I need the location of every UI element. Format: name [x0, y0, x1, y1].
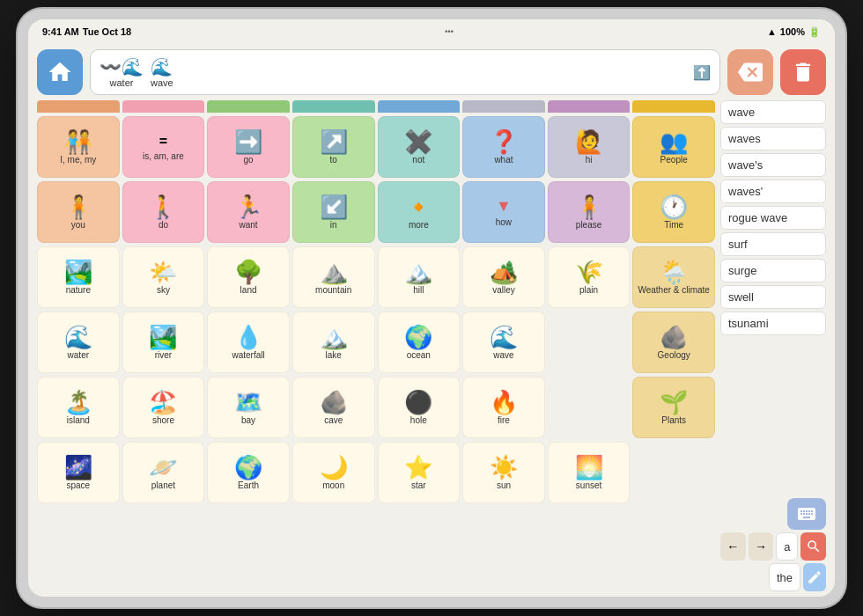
symbol-cave[interactable]: 🪨 cave — [292, 377, 375, 438]
ipad-frame: 9:41 AM Tue Oct 18 ••• ▲ 100% 🔋 — [18, 9, 845, 607]
symbol-i-me-my[interactable]: 🧑‍🤝‍🧑 I, me, my — [37, 116, 120, 178]
word-waves-apos[interactable]: wave's — [720, 153, 826, 177]
symbol-mountain[interactable]: ⛰️ mountain — [292, 246, 375, 308]
symbol-valley[interactable]: 🏕️ valley — [462, 246, 545, 308]
symbol-wave[interactable]: 🌊 wave — [462, 312, 545, 373]
symbol-hill[interactable]: 🏔️ hill — [378, 246, 461, 308]
symbol-weather-climate[interactable]: 🌦️ Weather & climate — [632, 246, 715, 308]
status-bar: 9:41 AM Tue Oct 18 ••• ▲ 100% 🔋 — [28, 19, 835, 44]
symbol-plain[interactable]: 🌾 plain — [548, 246, 631, 308]
symbol-sky[interactable]: 🌤️ sky — [122, 246, 205, 308]
cat-tab-gray — [462, 100, 545, 113]
cat-tab-purple — [548, 100, 631, 113]
delete-all-button[interactable] — [780, 49, 826, 95]
backspace-icon — [738, 60, 763, 84]
delete-word-button[interactable] — [727, 49, 773, 95]
battery-icon: 🔋 — [808, 26, 821, 38]
the-value: the — [777, 571, 793, 584]
word-surf[interactable]: surf — [720, 232, 826, 256]
the-row: the — [720, 563, 826, 591]
right-panel: wave waves wave's waves' rogue wave surf… — [720, 100, 826, 591]
sentence-word-wave: 🌊 wave — [151, 56, 173, 88]
symbol-people[interactable]: 👥 People — [632, 116, 715, 178]
cat-tab-green — [207, 100, 290, 113]
wave-label: wave — [151, 77, 173, 88]
status-center: ••• — [445, 27, 453, 36]
symbol-in[interactable]: ↙️ in — [292, 181, 375, 243]
trash-icon — [791, 60, 815, 84]
status-right: ▲ 100% 🔋 — [767, 26, 821, 38]
symbol-lake[interactable]: 🏔️ lake — [292, 312, 375, 373]
pencil-icon — [807, 569, 822, 585]
symbol-more[interactable]: 🔸 more — [378, 181, 461, 243]
symbol-hole[interactable]: ⚫ hole — [378, 377, 461, 438]
symbol-moon[interactable]: 🌙 moon — [292, 442, 375, 503]
symbol-is-am-are[interactable]: = is, am, are — [122, 116, 205, 178]
word-tsunami[interactable]: tsunami — [720, 312, 826, 335]
word-wave[interactable]: wave — [720, 100, 826, 124]
ipad-screen: 9:41 AM Tue Oct 18 ••• ▲ 100% 🔋 — [28, 19, 835, 597]
symbol-bay[interactable]: 🗺️ bay — [207, 377, 290, 438]
symbol-water[interactable]: 🌊 water — [37, 312, 120, 373]
symbol-plants[interactable]: 🌱 Plants — [632, 377, 715, 438]
time: 9:41 AM — [42, 26, 79, 37]
status-left: 9:41 AM Tue Oct 18 — [42, 26, 131, 37]
keyboard-button[interactable] — [787, 498, 826, 530]
symbol-how[interactable]: ▼ how — [462, 181, 545, 243]
back-button[interactable]: ← — [720, 532, 746, 561]
symbol-sunset[interactable]: 🌅 sunset — [548, 442, 631, 503]
battery: 100% — [780, 26, 805, 37]
wifi-icon: ▲ — [767, 26, 777, 37]
symbol-time[interactable]: 🕐 Time — [632, 181, 715, 243]
home-icon — [47, 59, 73, 85]
forward-button[interactable]: → — [749, 532, 774, 561]
the-input[interactable]: the — [769, 563, 800, 591]
cat-tab-teal — [292, 100, 375, 113]
symbol-to[interactable]: ↗️ to — [292, 116, 375, 178]
symbol-sun[interactable]: ☀️ sun — [462, 442, 545, 503]
keyboard-icon — [796, 503, 817, 524]
symbol-row-4: 🌊 water 🏞️ river 💧 waterfall 🏔️ — [37, 312, 715, 373]
symbol-row-5: 🏝️ island 🏖️ shore 🗺️ bay 🪨 — [37, 377, 715, 438]
word-waves-apos2[interactable]: waves' — [720, 180, 826, 203]
search-input[interactable]: a — [776, 532, 798, 561]
symbol-planet[interactable]: 🪐 planet — [122, 442, 205, 503]
symbol-go[interactable]: ➡️ go — [207, 116, 290, 178]
symbol-waterfall[interactable]: 💧 waterfall — [207, 312, 290, 373]
symbol-star[interactable]: ⭐ star — [378, 442, 461, 503]
word-swell[interactable]: swell — [720, 285, 826, 309]
symbol-want[interactable]: 🏃 want — [207, 181, 290, 243]
symbol-not[interactable]: ✖️ not — [378, 116, 461, 178]
main-area: 🧑‍🤝‍🧑 I, me, my = is, am, are ➡️ go — [37, 100, 826, 591]
grid-panel: 🧑‍🤝‍🧑 I, me, my = is, am, are ➡️ go — [37, 100, 715, 591]
symbol-river[interactable]: 🏞️ river — [122, 312, 205, 373]
symbol-island[interactable]: 🏝️ island — [37, 377, 120, 438]
symbol-you[interactable]: 🧍 you — [37, 181, 120, 243]
search-button[interactable] — [800, 532, 826, 561]
share-button[interactable]: ⬆️ — [693, 64, 711, 81]
search-value: a — [784, 540, 790, 554]
symbol-please[interactable]: 🧍 please — [548, 181, 631, 243]
symbol-do[interactable]: 🚶 do — [122, 181, 205, 243]
cat-tab-gold — [632, 100, 715, 113]
symbol-space[interactable]: 🌌 space — [37, 442, 120, 503]
symbol-row-2: 🧍 you 🚶 do 🏃 want ↙️ — [37, 181, 715, 243]
symbol-shore[interactable]: 🏖️ shore — [122, 377, 205, 438]
date: Tue Oct 18 — [83, 26, 131, 37]
word-waves[interactable]: waves — [720, 127, 826, 150]
sentence-word-water: 〰️🌊 water — [100, 56, 144, 88]
symbol-earth[interactable]: 🌍 Earth — [207, 442, 290, 503]
symbol-fire[interactable]: 🔥 fire — [462, 377, 545, 438]
symbol-nature[interactable]: 🏞️ nature — [37, 246, 120, 308]
symbol-geology[interactable]: 🪨 Geology — [632, 312, 715, 373]
edit-button[interactable] — [803, 563, 826, 591]
top-bar: 〰️🌊 water 🌊 wave ⬆️ — [37, 49, 826, 95]
symbol-ocean[interactable]: 🌍 ocean — [378, 312, 461, 373]
symbol-what[interactable]: ❓ what — [462, 116, 545, 178]
home-button[interactable] — [37, 49, 83, 95]
symbol-row-6: 🌌 space 🪐 planet 🌍 Earth 🌙 — [37, 442, 715, 503]
word-surge[interactable]: surge — [720, 259, 826, 282]
symbol-hi[interactable]: 🙋 hi — [548, 116, 631, 178]
word-rogue-wave[interactable]: rogue wave — [720, 206, 826, 230]
symbol-land[interactable]: 🌳 land — [207, 246, 290, 308]
